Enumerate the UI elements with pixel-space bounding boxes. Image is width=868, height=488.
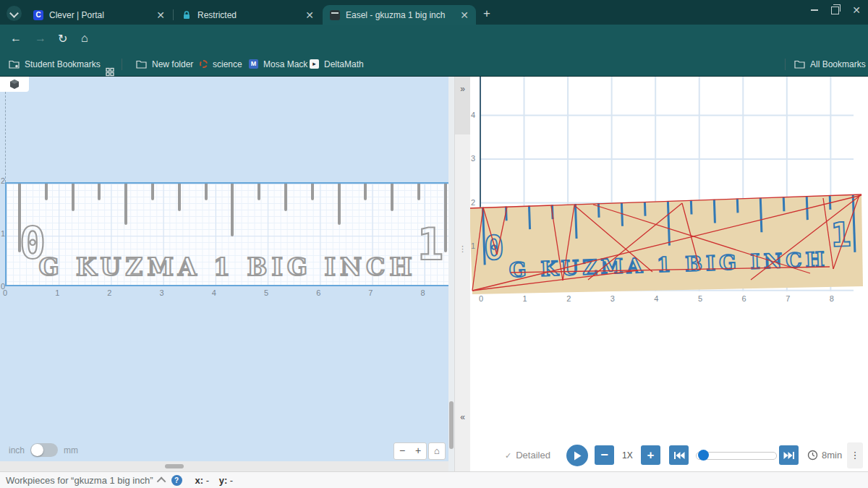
scrollbar-thumb[interactable] xyxy=(165,464,184,468)
axis-tick-label: 6 xyxy=(316,288,320,297)
axis-tick-label: 1 xyxy=(55,288,59,297)
window-controls: ✕ xyxy=(811,6,861,14)
folder-icon xyxy=(794,60,805,69)
new-tab-button[interactable]: + xyxy=(483,7,490,21)
zoom-out-button[interactable]: − xyxy=(394,443,410,459)
speed-increase-button[interactable]: + xyxy=(641,445,660,465)
restore-button[interactable] xyxy=(831,7,839,14)
bookmark-deltamath[interactable]: ▸ DeltaMath xyxy=(310,52,364,76)
zoom-home-button[interactable]: ⌂ xyxy=(428,442,446,460)
tab-title: Restricted xyxy=(197,10,299,20)
skip-back-icon xyxy=(673,451,685,460)
unit-mm-label[interactable]: mm xyxy=(64,445,78,455)
tab-close-icon[interactable]: ✕ xyxy=(460,10,469,20)
managed-folder-icon xyxy=(9,60,20,69)
all-bookmarks-button[interactable]: All Bookmarks xyxy=(794,52,866,76)
tab-restricted[interactable]: Restricted ✕ xyxy=(174,5,321,25)
speed-label: 1X xyxy=(622,450,633,461)
bookmarks-separator xyxy=(785,59,786,70)
axis-tick-label: 0 xyxy=(1,282,5,291)
expand-panel-button[interactable]: » xyxy=(455,77,470,134)
workpieces-label[interactable]: Workpieces for “gkuzma 1 big inch” xyxy=(6,475,153,486)
tab-separator xyxy=(173,9,174,20)
toolpath-preview-panel[interactable]: 4321 0 1 G KUZMA 1 BIG INCH 012345678 ✓D… xyxy=(470,77,868,471)
unit-inch-label[interactable]: inch xyxy=(9,445,25,455)
play-button[interactable] xyxy=(566,445,588,466)
scrollbar-thumb[interactable] xyxy=(449,401,454,449)
skip-to-end-button[interactable] xyxy=(779,445,799,465)
x-coordinate-label: x: xyxy=(195,475,204,486)
axis-tick-label: 8 xyxy=(421,288,425,297)
tab-title: Clever | Portal xyxy=(49,10,150,20)
help-icon[interactable]: ? xyxy=(171,475,182,486)
axis-tick-label: 3 xyxy=(160,288,164,297)
home-button[interactable]: ⌂ xyxy=(81,32,88,45)
tab-close-icon[interactable]: ✕ xyxy=(156,10,165,20)
detail-mode-dropdown[interactable]: ✓Detailed xyxy=(505,450,550,461)
ruler-tick xyxy=(284,184,287,211)
horizontal-scrollbar[interactable] xyxy=(0,461,448,471)
ruler-tick xyxy=(45,184,48,200)
zoom-in-button[interactable]: + xyxy=(410,443,426,459)
ruler-engraved-text[interactable]: G KUZMA 1 BIG INCH xyxy=(7,253,448,282)
design-canvas-column: 0 1 G KUZMA 1 BIG INCH 012345678 210 inc… xyxy=(0,77,448,471)
slider-thumb[interactable] xyxy=(698,450,709,461)
ruler-tick xyxy=(124,184,127,225)
chevron-right-icon: » xyxy=(460,84,465,94)
ruler-tick xyxy=(178,184,181,211)
axis-tick-label: 1 xyxy=(471,241,475,250)
lock-icon xyxy=(182,10,192,20)
y-coordinate-label: y: xyxy=(219,475,228,486)
cursor-coordinates: x: - y: - xyxy=(188,475,234,486)
playback-menu-kebab-icon[interactable]: ⋮ xyxy=(847,442,863,468)
chevron-up-icon[interactable] xyxy=(156,476,166,486)
material-workpiece[interactable]: 0 1 G KUZMA 1 BIG INCH xyxy=(5,182,448,286)
deltamath-favicon-icon: ▸ xyxy=(310,59,319,69)
bookmark-new-folder[interactable]: New folder xyxy=(136,52,193,76)
canvas-zoom-controls: − + xyxy=(393,442,427,460)
tab-close-icon[interactable]: ✕ xyxy=(305,10,314,20)
cube-icon xyxy=(9,79,20,90)
bookmarks-separator xyxy=(122,59,122,70)
ruler-tick xyxy=(98,184,101,200)
reload-button[interactable]: ↻ xyxy=(58,32,67,46)
close-button[interactable]: ✕ xyxy=(852,6,861,14)
unit-toggle-switch[interactable] xyxy=(30,443,58,457)
window-chevron-button[interactable] xyxy=(7,6,22,21)
collapse-panel-button[interactable]: « xyxy=(455,412,470,422)
ruler-tick xyxy=(72,184,75,211)
tab-easel-active[interactable]: Easel - gkuzma 1 big inch ✕ xyxy=(323,5,476,25)
axis-tick-label: 2 xyxy=(471,198,475,207)
vertical-scrollbar[interactable] xyxy=(448,77,454,471)
ruler-tick xyxy=(311,184,314,200)
skip-forward-icon xyxy=(783,451,795,460)
ruler-tick xyxy=(231,184,234,236)
tab-strip: C Clever | Portal ✕ Restricted ✕ Easel -… xyxy=(0,0,868,25)
status-bar: Workpieces for “gkuzma 1 big inch” ? x: … xyxy=(0,471,868,488)
minimize-button[interactable] xyxy=(811,9,818,11)
skip-to-start-button[interactable] xyxy=(669,445,689,465)
design-canvas[interactable]: 0 1 G KUZMA 1 BIG INCH 012345678 210 inc… xyxy=(0,77,448,461)
speed-decrease-button[interactable]: − xyxy=(595,445,614,465)
back-button[interactable]: ← xyxy=(10,32,22,45)
axis-tick-label: 4 xyxy=(471,111,475,119)
browser-window: C Clever | Portal ✕ Restricted ✕ Easel -… xyxy=(0,0,868,488)
toggle-knob xyxy=(31,444,43,456)
view-cube-tab[interactable] xyxy=(0,77,29,92)
origin-guide-line xyxy=(5,92,6,182)
bookmark-mosa-mack[interactable]: M Mosa Mack xyxy=(249,52,307,76)
panel-divider[interactable]: » ⋮ « xyxy=(454,77,470,471)
unit-toggle-group: inch mm xyxy=(9,443,78,457)
bookmark-student-bookmarks[interactable]: Student Bookmarks xyxy=(9,52,101,76)
axis-tick-label: 1 xyxy=(1,229,5,238)
play-icon xyxy=(574,451,582,461)
ruler-tick xyxy=(205,184,208,200)
bookmark-science[interactable]: science xyxy=(200,52,242,76)
tab-clever-portal[interactable]: C Clever | Portal ✕ xyxy=(26,5,172,25)
forward-button[interactable]: → xyxy=(35,32,46,45)
chevron-down-icon xyxy=(9,9,19,18)
simulation-progress-slider[interactable] xyxy=(696,452,777,460)
browser-toolbar: ← → ↻ ⌂ easel.inventables.com/projects/B… xyxy=(0,25,868,52)
divider-grip-icon[interactable]: ⋮ xyxy=(455,247,470,250)
simulation-playback-bar: ✓Detailed − 1X + xyxy=(470,440,868,471)
